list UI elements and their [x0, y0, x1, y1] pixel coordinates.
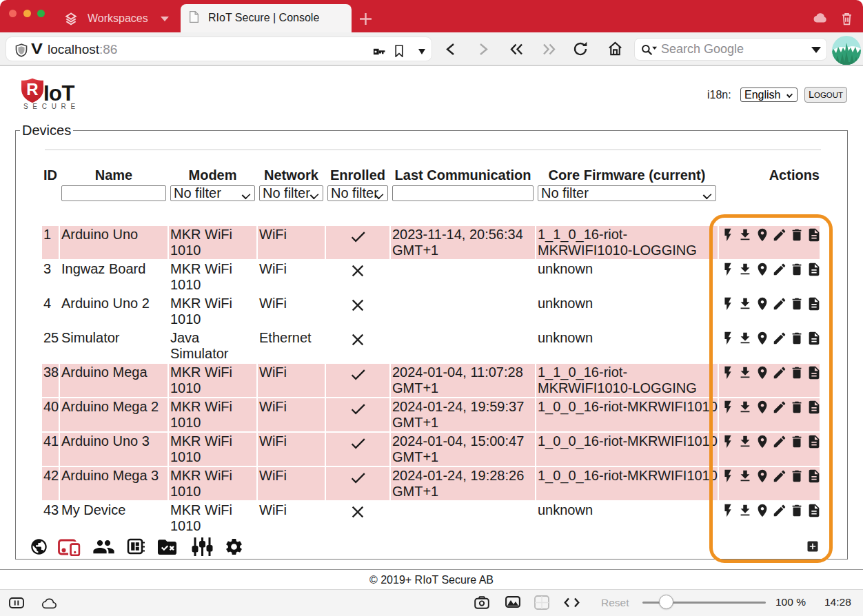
- svg-text:R: R: [26, 80, 38, 99]
